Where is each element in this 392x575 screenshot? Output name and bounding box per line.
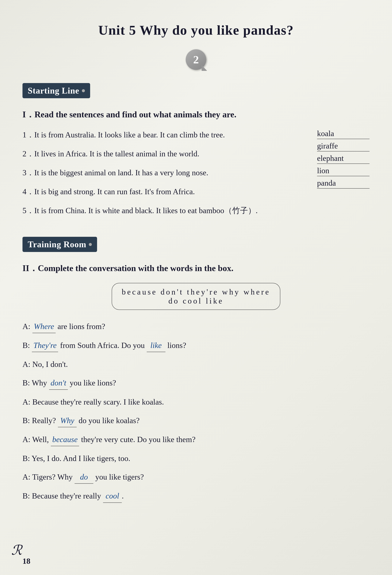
conv-8-text: B: Yes, I do. And I like tigers, too. — [23, 454, 130, 463]
starting-line-label: Starting Line — [28, 86, 79, 96]
training-room-section: Training Room II．Complete the conversati… — [23, 237, 369, 503]
conv-line-8: B: Yes, I do. And I like tigers, too. — [23, 452, 369, 465]
training-room-header: Training Room — [23, 237, 97, 252]
page-title: Unit 5 Why do you like pandas? — [23, 23, 369, 38]
sentences-answers-wrapper: 1．It is from Australia. It looks like a … — [23, 129, 369, 224]
sentence-3: 3．It is the biggest animal on land. It h… — [23, 167, 302, 179]
section-number: 2 — [186, 49, 206, 70]
conv-9-after: you like tigers? — [93, 473, 144, 481]
conv-4-after: you like lions? — [68, 379, 116, 387]
conv-1-blank: Where — [32, 320, 56, 333]
sentence-4: 4．It is big and strong. It can run fast.… — [23, 186, 302, 198]
conv-5-text: A: Because they're really scary. I like … — [23, 398, 164, 406]
sentence-2: 2．It lives in Africa. It is the tallest … — [23, 148, 302, 160]
page: Unit 5 Why do you like pandas? 2 Startin… — [0, 0, 392, 575]
starting-line-instruction: I．Read the sentences and find out what a… — [23, 109, 369, 120]
conv-2-after: from South Africa. Do you — [58, 341, 146, 350]
sentence-5: 5．It is from China. It is white and blac… — [23, 205, 302, 216]
conv-9-blank: do — [75, 471, 93, 484]
conv-line-1: A: Where are lions from? — [23, 320, 369, 333]
answer-1: koala — [317, 129, 369, 139]
conv-9-prefix: A: Tigers? Why — [23, 473, 75, 481]
conv-line-10: B: Because they're really cool. — [23, 490, 369, 503]
conversation: A: Where are lions from? B: They're from… — [23, 320, 369, 503]
conv-7-blank: because — [51, 433, 79, 446]
conv-1-after: are lions from? — [56, 322, 105, 331]
conv-10-prefix: B: Because they're really — [23, 492, 103, 500]
conv-2-prefix: B: — [23, 341, 32, 350]
conv-4-prefix: B: Why — [23, 379, 49, 387]
starting-line-section: Starting Line I．Read the sentences and f… — [23, 83, 369, 224]
conv-7-after: they're very cute. Do you like them? — [79, 435, 195, 444]
conv-2-after2: lions? — [165, 341, 186, 350]
conv-2-blank2: like — [147, 339, 165, 352]
starting-line-header: Starting Line — [23, 83, 90, 98]
word-box: because don't they're why where do cool … — [112, 283, 280, 310]
sentences-col: 1．It is from Australia. It looks like a … — [23, 129, 302, 224]
answer-5: panda — [317, 178, 369, 189]
training-room-label: Training Room — [28, 240, 86, 249]
conv-6-after: do you like koalas? — [77, 416, 139, 425]
conv-4-blank: don't — [49, 377, 68, 390]
page-number: 18 — [23, 557, 30, 566]
conv-line-2: B: They're from South Africa. Do you lik… — [23, 339, 369, 352]
training-room-dot — [89, 243, 92, 246]
page-number-text: 18 — [23, 557, 30, 565]
answer-3: elephant — [317, 154, 369, 164]
conv-10-blank: cool — [103, 490, 122, 503]
conv-2-blank: They're — [32, 339, 58, 352]
conv-line-7: A: Well, because they're very cute. Do y… — [23, 433, 369, 446]
answer-2: giraffe — [317, 141, 369, 151]
sentence-1: 1．It is from Australia. It looks like a … — [23, 129, 302, 141]
conv-6-prefix: B: Really? — [23, 416, 58, 425]
starting-line-dot — [82, 89, 85, 92]
conv-line-6: B: Really? Why do you like koalas? — [23, 414, 369, 427]
training-room-instruction: II．Complete the conversation with the wo… — [23, 262, 369, 274]
publisher-logo: ℛ — [11, 542, 22, 558]
answer-4: lion — [317, 166, 369, 176]
conv-3-text: A: No, I don't. — [23, 360, 68, 369]
conv-line-9: A: Tigers? Why do you like tigers? — [23, 471, 369, 484]
conv-7-prefix: A: Well, — [23, 435, 51, 444]
answers-col: koala giraffe elephant lion panda — [317, 129, 369, 191]
conv-line-4: B: Why don't you like lions? — [23, 377, 369, 390]
conv-10-after: . — [122, 492, 124, 500]
conv-1-prefix: A: — [23, 322, 32, 331]
conv-line-3: A: No, I don't. — [23, 358, 369, 371]
conv-line-5: A: Because they're really scary. I like … — [23, 396, 369, 408]
conv-6-blank: Why — [58, 414, 77, 427]
